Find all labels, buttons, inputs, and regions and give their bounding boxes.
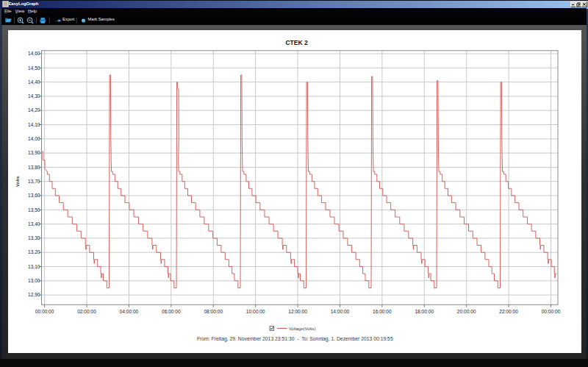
svg-text:13,30: 13,30 [28, 235, 40, 240]
svg-text:Volts: Volts [15, 176, 21, 187]
svg-text:13,50: 13,50 [28, 207, 40, 213]
svg-text:13,20: 13,20 [28, 249, 40, 254]
svg-text:13,90: 13,90 [28, 150, 40, 155]
svg-text:14:00:00: 14:00:00 [331, 309, 350, 314]
svg-text:CTEK 2: CTEK 2 [285, 39, 308, 46]
svg-text:02:00:00: 02:00:00 [77, 309, 96, 314]
svg-text:10:00:00: 10:00:00 [246, 309, 265, 314]
svg-text:20:00:00: 20:00:00 [457, 309, 476, 314]
svg-text:13,60: 13,60 [28, 193, 40, 198]
svg-text:14,20: 14,20 [28, 107, 40, 113]
svg-text:06:00:00: 06:00:00 [162, 309, 181, 314]
svg-text:13,10: 13,10 [28, 264, 40, 269]
svg-text:13,80: 13,80 [28, 165, 40, 170]
svg-text:08:00:00: 08:00:00 [204, 309, 223, 314]
svg-text:14,00: 14,00 [28, 136, 40, 141]
svg-text:14,50: 14,50 [28, 65, 40, 71]
svg-text:13,00: 13,00 [28, 278, 40, 283]
svg-text:14,10: 14,10 [28, 122, 40, 127]
svg-text:12,90: 12,90 [28, 292, 40, 297]
svg-text:04:00:00: 04:00:00 [120, 309, 139, 314]
svg-text:12:00:00: 12:00:00 [288, 309, 307, 314]
svg-text:18:00:00: 18:00:00 [415, 309, 434, 314]
svg-text:13,70: 13,70 [28, 179, 40, 184]
svg-text:00:00:00: 00:00:00 [542, 309, 561, 314]
svg-text:From: Freitag, 29. November 20: From: Freitag, 29. November 2013 23:51:3… [197, 336, 393, 342]
svg-text:14,60: 14,60 [28, 51, 40, 56]
svg-text:14,30: 14,30 [28, 93, 40, 99]
svg-text:16:00:00: 16:00:00 [373, 309, 392, 314]
svg-text:14,40: 14,40 [28, 79, 40, 85]
svg-text:Voltage(Volts): Voltage(Volts) [289, 327, 315, 331]
svg-text:13,40: 13,40 [28, 221, 40, 227]
svg-text:00:00:00: 00:00:00 [35, 309, 54, 314]
svg-text:22:00:00: 22:00:00 [499, 309, 518, 314]
